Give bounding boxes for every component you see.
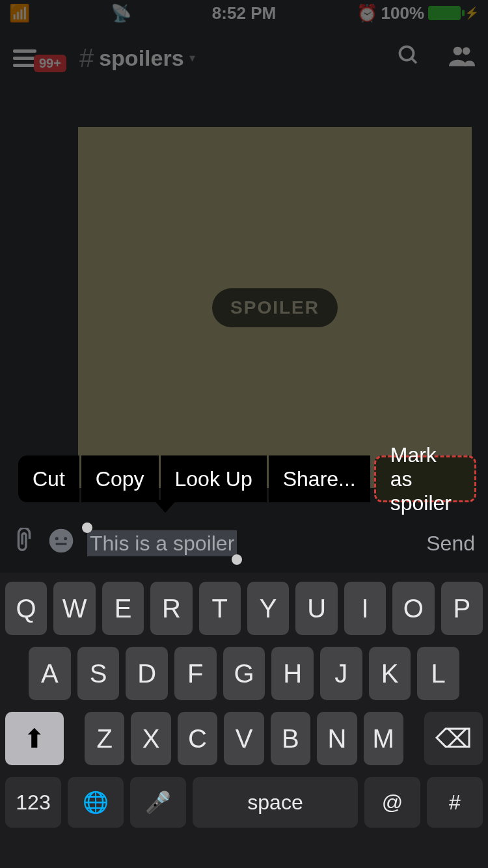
status-bar: 📶 📡 8:52 PM ⏰ 100% ⚡ bbox=[0, 0, 488, 26]
key-v[interactable]: V bbox=[224, 712, 264, 765]
key-s[interactable]: S bbox=[77, 647, 120, 700]
key-h[interactable]: H bbox=[271, 647, 314, 700]
message-input[interactable]: This is a spoiler bbox=[87, 532, 237, 556]
key-q[interactable]: Q bbox=[5, 582, 47, 635]
key-shift[interactable]: ⬆ bbox=[5, 712, 64, 765]
battery-percent: 100% bbox=[381, 3, 425, 23]
key-c[interactable]: C bbox=[178, 712, 217, 765]
svg-line-1 bbox=[412, 58, 417, 63]
ctx-arrow-icon bbox=[154, 500, 177, 513]
key-mic[interactable]: 🎤 bbox=[130, 777, 186, 828]
key-u[interactable]: U bbox=[295, 582, 337, 635]
channel-selector[interactable]: # spoilers ▾ bbox=[79, 44, 195, 73]
key-w[interactable]: W bbox=[53, 582, 95, 635]
attachment-icon[interactable] bbox=[13, 528, 35, 560]
key-l[interactable]: L bbox=[417, 647, 459, 700]
key-i[interactable]: I bbox=[344, 582, 386, 635]
spoiler-badge: SPOILER bbox=[212, 288, 338, 327]
key-m[interactable]: M bbox=[364, 712, 403, 765]
attachment-preview[interactable]: SPOILER bbox=[78, 127, 472, 488]
key-f[interactable]: F bbox=[174, 647, 217, 700]
key-t[interactable]: T bbox=[199, 582, 241, 635]
unread-badge: 99+ bbox=[34, 55, 66, 72]
search-icon[interactable] bbox=[397, 44, 420, 73]
cellular-icon: 📶 bbox=[9, 3, 30, 23]
key-g[interactable]: G bbox=[223, 647, 265, 700]
svg-point-3 bbox=[463, 47, 470, 55]
key-x[interactable]: X bbox=[131, 712, 170, 765]
battery-icon bbox=[428, 6, 461, 20]
keyboard: QWERTYUIOP ASDFGHJKL ⬆ ZXCVBNM ⌫ 123 🌐 🎤… bbox=[0, 573, 488, 868]
ctx-lookup[interactable]: Look Up bbox=[161, 455, 267, 502]
key-o[interactable]: O bbox=[392, 582, 434, 635]
key-globe[interactable]: 🌐 bbox=[68, 777, 124, 828]
alarm-icon: ⏰ bbox=[357, 3, 377, 23]
selection-handle-end[interactable] bbox=[232, 554, 242, 565]
channel-name: spoilers bbox=[99, 46, 183, 71]
hash-icon: # bbox=[79, 44, 94, 73]
wifi-icon: 📡 bbox=[111, 3, 131, 23]
key-hash[interactable]: # bbox=[427, 777, 483, 828]
key-n[interactable]: N bbox=[317, 712, 357, 765]
key-z[interactable]: Z bbox=[85, 712, 124, 765]
key-backspace[interactable]: ⌫ bbox=[424, 712, 483, 765]
ctx-cut[interactable]: Cut bbox=[18, 455, 79, 502]
compose-row: This is a spoiler Send bbox=[0, 517, 488, 569]
members-icon[interactable] bbox=[449, 44, 475, 73]
svg-point-2 bbox=[454, 46, 462, 55]
key-b[interactable]: B bbox=[271, 712, 310, 765]
key-d[interactable]: D bbox=[126, 647, 168, 700]
svg-point-6 bbox=[64, 537, 67, 540]
svg-point-0 bbox=[400, 46, 414, 60]
key-at[interactable]: @ bbox=[364, 777, 420, 828]
menu-icon[interactable] bbox=[13, 49, 36, 67]
svg-point-5 bbox=[55, 537, 59, 540]
key-r[interactable]: R bbox=[150, 582, 192, 635]
emoji-icon[interactable] bbox=[48, 528, 74, 560]
status-time: 8:52 PM bbox=[212, 3, 276, 23]
chevron-down-icon: ▾ bbox=[189, 51, 195, 65]
app-header: 99+ # spoilers ▾ bbox=[0, 33, 488, 83]
key-numbers[interactable]: 123 bbox=[5, 777, 61, 828]
send-button[interactable]: Send bbox=[426, 532, 475, 556]
key-p[interactable]: P bbox=[441, 582, 483, 635]
key-j[interactable]: J bbox=[320, 647, 362, 700]
charging-icon: ⚡ bbox=[465, 6, 479, 20]
selection-handle-start[interactable] bbox=[82, 522, 92, 533]
key-e[interactable]: E bbox=[102, 582, 144, 635]
ctx-mark-spoiler[interactable]: Mark as spoiler bbox=[374, 455, 476, 502]
svg-point-4 bbox=[49, 528, 74, 552]
ctx-share[interactable]: Share... bbox=[269, 455, 370, 502]
key-y[interactable]: Y bbox=[247, 582, 289, 635]
text-context-menu: Cut Copy Look Up Share... Mark as spoile… bbox=[18, 455, 476, 502]
key-k[interactable]: K bbox=[369, 647, 411, 700]
key-a[interactable]: A bbox=[29, 647, 71, 700]
ctx-copy[interactable]: Copy bbox=[81, 455, 159, 502]
key-space[interactable]: space bbox=[193, 777, 358, 828]
